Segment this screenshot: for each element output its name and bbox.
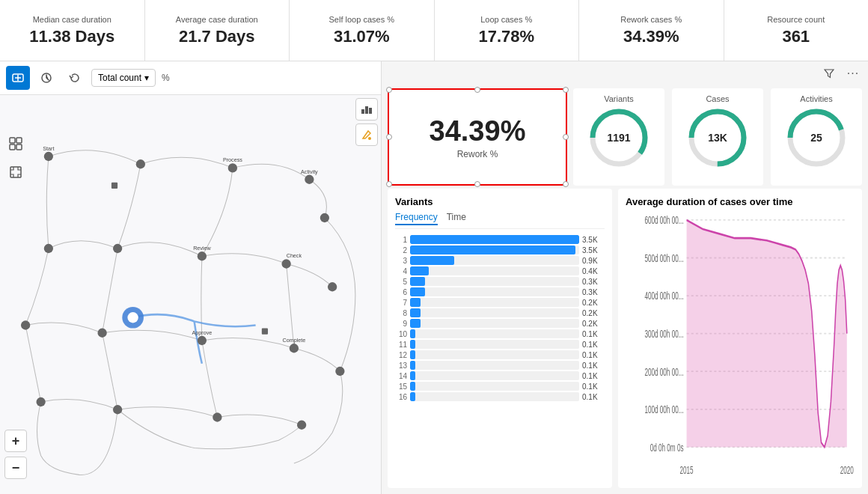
svg-point-7 [228, 163, 237, 172]
handle-bm[interactable] [474, 181, 480, 187]
bar-row[interactable]: 3 0.9K [395, 256, 605, 265]
bar-row[interactable]: 11 0.1K [395, 340, 605, 349]
rework-widget[interactable]: 34.39% Rework % [388, 88, 567, 186]
handle-br[interactable] [563, 181, 569, 187]
filter-button[interactable] [819, 63, 840, 84]
svg-text:400d 00h 00...: 400d 00h 00... [644, 290, 683, 302]
svg-point-15 [21, 320, 30, 329]
bar-row[interactable]: 10 0.1K [395, 329, 605, 338]
donut-chart: 1191 [589, 108, 649, 168]
fit-view-button[interactable] [4, 161, 27, 183]
bar-value: 0.3K [582, 288, 605, 296]
grid-view-button[interactable] [4, 132, 27, 155]
variants-title: Variants [395, 196, 605, 207]
tab-frequency[interactable]: Frequency [395, 212, 438, 225]
bar-row[interactable]: 5 0.3K [395, 277, 605, 286]
kpi-item: Median case duration 11.38 Days [0, 0, 145, 61]
chevron-down-icon: ▾ [144, 73, 149, 83]
bar-value: 0.2K [582, 299, 605, 307]
stats-button[interactable] [34, 66, 58, 90]
bar-value: 0.1K [582, 393, 605, 401]
bar-row[interactable]: 15 0.1K [395, 382, 605, 391]
svg-point-8 [305, 175, 314, 184]
main-area: Total count ▾ % [0, 61, 868, 494]
bar-fill [410, 350, 415, 359]
bar-row[interactable]: 9 0.2K [395, 319, 605, 328]
kpi-value: 31.07% [334, 27, 390, 46]
kpi-item: Rework cases % 34.39% [579, 0, 724, 61]
svg-text:500d 00h 00...: 500d 00h 00... [644, 251, 683, 263]
bar-track [410, 266, 579, 275]
kpi-value: 17.78% [478, 27, 534, 46]
bar-row[interactable]: 8 0.2K [395, 308, 605, 317]
svg-point-20 [36, 397, 45, 406]
bar-track [410, 340, 579, 349]
svg-point-23 [297, 421, 306, 430]
donut-value: 1191 [607, 132, 630, 144]
svg-text:100d 00h 00...: 100d 00h 00... [644, 403, 683, 415]
svg-point-22 [213, 412, 221, 421]
bar-fill [410, 287, 425, 296]
metric-dropdown[interactable]: Total count ▾ [91, 69, 156, 87]
bar-chart-button[interactable] [355, 98, 378, 121]
svg-rect-40 [10, 167, 21, 177]
handle-tr[interactable] [563, 87, 569, 93]
metric-dropdown-label: Total count [98, 73, 141, 83]
widgets-row: 34.39% Rework % Variants 1191 Cases 13K … [382, 85, 868, 189]
kpi-value: 34.39% [623, 27, 679, 46]
handle-mr[interactable] [563, 134, 569, 140]
bar-row[interactable]: 2 3.5K [395, 246, 605, 254]
zoom-out-button[interactable]: − [4, 457, 27, 479]
kpi-label: Self loop cases % [329, 15, 394, 24]
bar-value: 0.4K [582, 267, 605, 275]
tab-time[interactable]: Time [447, 212, 466, 225]
bar-number: 11 [395, 341, 407, 349]
svg-rect-39 [16, 144, 22, 150]
kpi-value: 11.38 Days [29, 27, 114, 46]
bar-number: 16 [395, 393, 407, 401]
process-map-area: Start Process Activity Review Check Appr… [0, 95, 381, 494]
svg-text:Start: Start [43, 146, 54, 152]
kpi-label: Median case duration [33, 15, 111, 24]
bar-track [410, 329, 579, 338]
bar-number: 5 [395, 278, 407, 286]
left-panel: Total count ▾ % [0, 61, 382, 494]
handle-tm[interactable] [474, 87, 480, 93]
svg-point-25 [127, 312, 138, 323]
svg-rect-26 [262, 329, 268, 335]
circle-stats: Variants 1191 Cases 13K Activities 25 [573, 88, 862, 186]
bar-list: 1 3.5K 2 3.5K 3 0.9K 4 0.4K 5 0.3K 6 0. [395, 235, 605, 481]
circle-stat-label: Variants [604, 94, 634, 103]
bar-value: 0.1K [582, 341, 605, 349]
handle-ml[interactable] [386, 134, 392, 140]
paint-button[interactable] [355, 124, 378, 146]
bar-row[interactable]: 1 3.5K [395, 235, 605, 244]
bar-fill [410, 340, 415, 349]
svg-text:200d 00h 00...: 200d 00h 00... [644, 365, 683, 377]
bar-row[interactable]: 12 0.1K [395, 350, 605, 359]
bar-row[interactable]: 6 0.3K [395, 287, 605, 296]
bar-row[interactable]: 4 0.4K [395, 266, 605, 275]
bar-row[interactable]: 16 0.1K [395, 392, 605, 401]
handle-tl[interactable] [386, 87, 392, 93]
handle-bl[interactable] [386, 181, 392, 187]
more-options-button[interactable]: ··· [843, 63, 864, 84]
svg-text:Review: Review [193, 246, 211, 251]
svg-rect-36 [10, 138, 15, 143]
svg-point-44 [368, 137, 371, 140]
bar-row[interactable]: 13 0.1K [395, 361, 605, 370]
svg-rect-42 [365, 106, 368, 114]
svg-text:2015: 2015 [680, 464, 694, 476]
percent-label: % [162, 73, 170, 83]
refresh-button[interactable] [63, 66, 87, 90]
svg-point-9 [320, 213, 329, 222]
bar-row[interactable]: 14 0.1K [395, 371, 605, 380]
bar-track [410, 277, 579, 286]
svg-text:Check: Check [287, 253, 302, 259]
filter-toolbar: ··· [382, 61, 868, 85]
zoom-in-button[interactable]: + [4, 430, 27, 452]
circle-stat: Variants 1191 [573, 88, 664, 186]
bar-fill [410, 371, 415, 380]
bar-row[interactable]: 7 0.2K [395, 298, 605, 307]
process-map-button[interactable] [6, 66, 30, 90]
